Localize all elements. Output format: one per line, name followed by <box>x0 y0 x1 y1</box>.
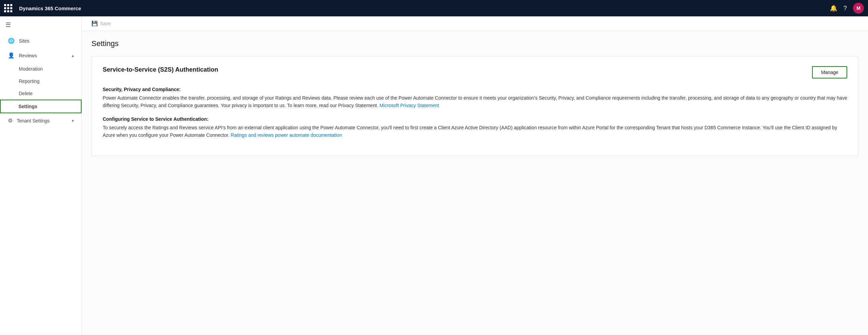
chevron-down-icon: ▼ <box>71 119 75 123</box>
top-nav-left: Dynamics 365 Commerce <box>4 4 81 12</box>
security-section: Security, Privacy and Compliance: Power … <box>103 87 847 110</box>
save-button[interactable]: 💾 Save <box>89 19 114 28</box>
auth-text: To securely access the Ratings and Revie… <box>103 124 847 139</box>
sidebar-label-tenant-settings: Tenant Settings <box>17 118 50 123</box>
bell-icon[interactable]: 🔔 <box>830 5 837 11</box>
sidebar-item-reporting[interactable]: Reporting <box>0 75 82 87</box>
security-heading: Security, Privacy and Compliance: <box>103 87 847 92</box>
sidebar-label-delete: Delete <box>19 91 32 96</box>
top-nav: Dynamics 365 Commerce 🔔 ? M <box>0 0 868 16</box>
sidebar-label-reporting: Reporting <box>19 78 40 84</box>
sidebar-item-moderation[interactable]: Moderation <box>0 63 82 75</box>
help-icon[interactable]: ? <box>843 5 847 11</box>
manage-button[interactable]: Manage <box>812 66 847 78</box>
card-header: Service-to-Service (S2S) Authentication … <box>103 66 847 78</box>
power-automate-doc-link[interactable]: Ratings and reviews power automate docum… <box>231 132 342 138</box>
sidebar-label-moderation: Moderation <box>19 66 43 72</box>
gear-icon: ⚙ <box>8 117 13 124</box>
sidebar: ☰ 🌐 Sites 👤 Reviews ▲ Moderation Reporti… <box>0 16 82 335</box>
sidebar-label-reviews: Reviews <box>19 53 37 58</box>
sidebar-item-reviews[interactable]: 👤 Reviews ▲ <box>0 48 82 63</box>
app-body: ☰ 🌐 Sites 👤 Reviews ▲ Moderation Reporti… <box>0 16 868 335</box>
auth-section: Configuring Service to Service Authentic… <box>103 116 847 139</box>
sidebar-item-tenant-settings[interactable]: ⚙ Tenant Settings ▼ <box>0 113 82 128</box>
sidebar-item-settings[interactable]: Settings <box>0 100 82 113</box>
chevron-up-icon: ▲ <box>71 54 75 58</box>
sidebar-item-delete[interactable]: Delete <box>0 87 82 100</box>
avatar[interactable]: M <box>853 3 864 14</box>
app-title: Dynamics 365 Commerce <box>19 5 81 11</box>
settings-card: Service-to-Service (S2S) Authentication … <box>91 56 858 156</box>
sidebar-item-sites[interactable]: 🌐 Sites <box>0 33 82 48</box>
person-icon: 👤 <box>8 52 15 59</box>
toolbar: 💾 Save <box>82 16 868 31</box>
hamburger-icon[interactable]: ☰ <box>0 16 82 33</box>
privacy-statement-link[interactable]: Microsoft Privacy Statement <box>379 103 439 108</box>
page-area: Settings Service-to-Service (S2S) Authen… <box>82 31 868 335</box>
sidebar-label-sites: Sites <box>19 38 29 44</box>
save-label: Save <box>100 21 111 26</box>
security-text: Power Automate Connector enables the tra… <box>103 94 847 110</box>
sidebar-label-settings: Settings <box>18 104 37 109</box>
auth-heading: Configuring Service to Service Authentic… <box>103 116 847 122</box>
globe-icon: 🌐 <box>8 38 15 44</box>
page-title: Settings <box>91 39 858 48</box>
app-launcher-icon[interactable] <box>4 4 12 12</box>
save-icon: 💾 <box>91 20 98 27</box>
main-content: 💾 Save Settings Service-to-Service (S2S)… <box>82 16 868 335</box>
top-nav-right: 🔔 ? M <box>830 3 864 14</box>
card-title: Service-to-Service (S2S) Authentication <box>103 66 218 73</box>
reviews-submenu: Moderation Reporting Delete Settings <box>0 63 82 113</box>
